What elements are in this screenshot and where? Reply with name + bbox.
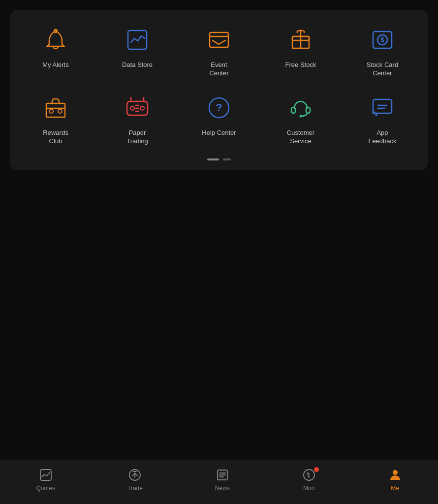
nav-trade[interactable]: Trade <box>127 468 143 492</box>
help-center-item[interactable]: ? Help Center <box>182 88 255 142</box>
svg-point-19 <box>299 115 302 117</box>
grid-row-2: RewardsClub PaperTrading <box>15 88 423 151</box>
svg-rect-17 <box>291 107 295 113</box>
free-stock-item[interactable]: Free Stock <box>264 20 337 74</box>
event-center-item[interactable]: EventCenter <box>182 20 255 83</box>
page-dot-2[interactable] <box>223 158 231 160</box>
svg-point-14 <box>140 106 144 110</box>
svg-point-25 <box>309 477 310 478</box>
trade-icon <box>128 468 142 482</box>
app-feedback-label: AppFeedback <box>368 129 396 146</box>
paper-trading-label: PaperTrading <box>126 129 148 146</box>
svg-text:?: ? <box>216 101 222 114</box>
nav-moo[interactable]: Moo <box>302 468 316 492</box>
my-alerts-item[interactable]: My Alerts <box>19 20 92 74</box>
rewards-club-label: RewardsClub <box>43 129 68 146</box>
moo-notification-dot <box>314 467 319 472</box>
news-label: News <box>215 485 230 492</box>
customer-service-icon <box>285 93 316 123</box>
svg-point-11 <box>58 109 62 113</box>
page-dot-1[interactable] <box>207 158 219 160</box>
grid-row-1: My Alerts Data Store <box>15 20 423 83</box>
me-icon <box>388 468 402 482</box>
paper-trading-item[interactable]: PaperTrading <box>100 88 174 151</box>
data-store-label: Data Store <box>122 61 153 69</box>
free-stock-icon <box>285 25 316 55</box>
quotes-label: Quotes <box>36 485 55 492</box>
paper-trading-icon <box>122 93 153 123</box>
moo-label: Moo <box>303 485 314 492</box>
svg-rect-18 <box>306 107 310 113</box>
data-store-icon <box>122 25 153 55</box>
rewards-club-icon <box>40 93 71 123</box>
svg-point-5 <box>300 30 302 32</box>
page-dots <box>15 158 423 162</box>
my-alerts-label: My Alerts <box>42 61 68 69</box>
features-grid-card: My Alerts Data Store <box>10 10 428 170</box>
stock-card-center-icon: $ <box>367 25 398 55</box>
app-feedback-icon <box>367 93 398 123</box>
quotes-icon <box>39 468 53 482</box>
trade-label: Trade <box>127 485 143 492</box>
customer-service-label: CustomerService <box>287 129 314 146</box>
customer-service-item[interactable]: CustomerService <box>264 88 337 151</box>
event-center-label: EventCenter <box>209 61 228 78</box>
svg-point-26 <box>393 470 398 475</box>
help-center-icon: ? <box>204 93 234 123</box>
stock-card-center-label: Stock CardCenter <box>367 61 398 78</box>
svg-point-10 <box>49 109 53 113</box>
data-store-item[interactable]: Data Store <box>100 20 174 74</box>
svg-rect-20 <box>373 99 392 113</box>
svg-point-13 <box>130 106 134 110</box>
moo-icon <box>302 468 316 482</box>
help-center-label: Help Center <box>202 129 236 137</box>
my-alerts-icon <box>40 25 71 55</box>
nav-quotes[interactable]: Quotes <box>36 468 55 492</box>
svg-text:$: $ <box>380 36 384 44</box>
bottom-nav: Quotes Trade News <box>0 460 438 504</box>
free-stock-label: Free Stock <box>285 61 316 69</box>
me-label: Me <box>391 485 399 492</box>
nav-news[interactable]: News <box>215 468 230 492</box>
rewards-club-item[interactable]: RewardsClub <box>19 88 92 151</box>
app-feedback-item[interactable]: AppFeedback <box>345 88 419 151</box>
nav-me[interactable]: Me <box>388 468 402 492</box>
stock-card-center-item[interactable]: $ Stock CardCenter <box>345 20 419 83</box>
main-content: My Alerts Data Store <box>0 0 438 170</box>
news-icon <box>216 468 229 482</box>
event-center-icon <box>204 25 234 55</box>
